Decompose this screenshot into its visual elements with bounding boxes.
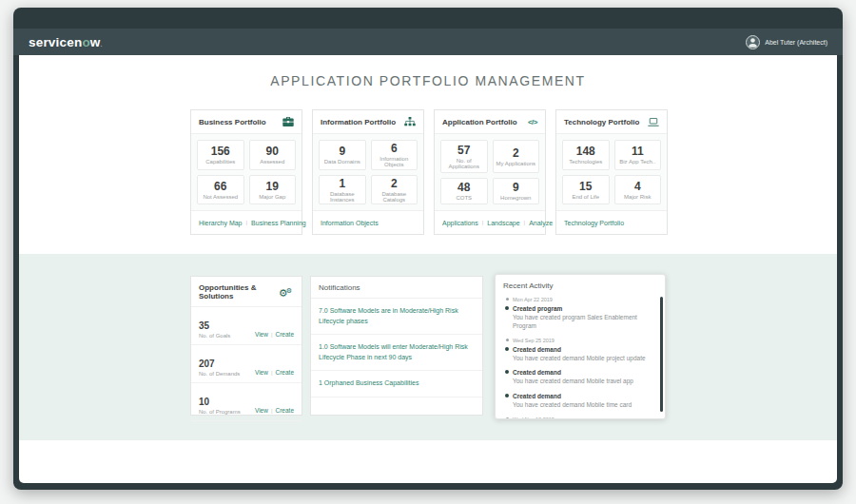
stat-value: 1 — [339, 177, 345, 190]
card-links: Technology Portfolio — [556, 211, 667, 234]
landscape-link[interactable]: Landscape — [487, 220, 519, 226]
logo-mark: . — [101, 41, 103, 48]
stat-label: Homegrown — [500, 195, 531, 201]
user-menu[interactable]: Abel Tuter (Architect) — [746, 35, 827, 49]
notifications-panel: Notifications 7.0 Software Models are in… — [310, 276, 483, 416]
stat-tile[interactable]: 11 Biz App Tech.. — [614, 140, 662, 170]
card-header: Business Portfolio — [191, 110, 302, 134]
stat-tile[interactable]: 90 Assessed — [249, 140, 297, 170]
stat-tile[interactable]: 66 Not Assessed — [197, 175, 244, 205]
demands-create-link[interactable]: Create — [275, 369, 294, 376]
stat-label: Database Catalogs — [372, 191, 418, 203]
stat-tile[interactable]: 156 Capabilities — [197, 140, 244, 170]
recent-activity-panel: Recent Activity Mon Apr 22 2019 Created … — [495, 274, 666, 419]
gears-icon: ⚙⚙ — [279, 284, 294, 300]
app-window: servicenow. Abel Tuter (Architect) APPLI… — [13, 8, 843, 490]
programs-row: 10 No. of Programs View | Create — [191, 383, 302, 421]
programs-actions: View | Create — [255, 407, 294, 415]
activity-description: You have created demand Mobile travel ap… — [505, 378, 653, 386]
stat-tile[interactable]: 15 End of Life — [562, 175, 610, 205]
programs-view-link[interactable]: View — [255, 407, 268, 414]
stat-tile[interactable]: 2 My Applications — [493, 140, 540, 173]
page-title: APPLICATION PORTFOLIO MANAGEMENT — [19, 73, 837, 88]
scrollbar-thumb[interactable] — [660, 297, 663, 412]
goals-actions: View | Create — [255, 331, 294, 339]
stat-tile[interactable]: 9 Homegrown — [493, 178, 540, 205]
stat-tile[interactable]: 2 Database Catalogs — [371, 175, 418, 205]
stat-value: 148 — [576, 145, 595, 158]
goals-view-link[interactable]: View — [255, 331, 268, 338]
stat-tile[interactable]: 148 Technologies — [562, 140, 610, 170]
card-header: Technology Portfolio — [556, 110, 667, 134]
stat-label: Assessed — [260, 159, 284, 165]
technology-portfolio-title: Technology Portfolio — [564, 118, 639, 126]
goals-count: 35 — [199, 320, 230, 331]
top-navbar: servicenow. Abel Tuter (Architect) — [13, 29, 843, 55]
stat-value: 90 — [266, 145, 279, 158]
stat-tile[interactable]: 4 Major Risk — [614, 175, 662, 205]
stat-label: Data Domains — [324, 159, 360, 165]
card-links: Applications | Landscape | Analyze — [435, 211, 545, 234]
goals-stat: 35 No. of Goals — [199, 320, 230, 339]
stat-value: 11 — [632, 145, 644, 158]
page-content: APPLICATION PORTFOLIO MANAGEMENT Busines… — [19, 55, 837, 483]
stat-tile[interactable]: 6 Information Objects — [371, 140, 418, 170]
panel-header: Opportunities & Solutions ⚙⚙ — [191, 277, 302, 307]
programs-create-link[interactable]: Create — [275, 407, 294, 414]
stat-tile[interactable]: 9 Data Domains — [319, 140, 366, 170]
stat-label: My Applications — [496, 161, 535, 166]
card-header: Application Portfolio </> — [435, 110, 545, 134]
link-separator: | — [482, 220, 484, 225]
notification-item[interactable]: 1 Orphaned Business Capabilities — [311, 371, 482, 397]
stat-label: Database Instances — [320, 191, 365, 203]
applications-link[interactable]: Applications — [442, 220, 478, 226]
stat-tile[interactable]: 19 Major Gap — [249, 175, 297, 205]
opportunities-solutions-panel: Opportunities & Solutions ⚙⚙ 35 No. of G… — [190, 276, 302, 416]
stat-value: 156 — [211, 145, 230, 158]
analyze-link[interactable]: Analyze — [529, 220, 553, 226]
information-portfolio-card: Information Portfolio 9 — [312, 109, 424, 235]
recent-activity-list[interactable]: Mon Apr 22 2019 Created program You have… — [496, 295, 665, 419]
recent-activity-title: Recent Activity — [496, 275, 665, 295]
stat-value: 19 — [266, 180, 279, 193]
stat-label: Not Assessed — [203, 194, 238, 200]
goals-create-link[interactable]: Create — [275, 331, 294, 338]
stat-value: 57 — [457, 144, 470, 157]
demands-view-link[interactable]: View — [255, 369, 268, 376]
user-avatar[interactable] — [746, 35, 760, 49]
information-objects-link[interactable]: Information Objects — [321, 220, 379, 226]
sitemap-icon — [404, 117, 416, 126]
activity-item: Created demand You have created demand M… — [505, 393, 653, 410]
activity-date: Wed Sep 25 2019 — [505, 338, 653, 343]
card-stats: 9 Data Domains 6 Information Objects 1 D… — [313, 134, 423, 211]
stat-label: COTS — [456, 195, 472, 201]
stat-label: End of Life — [572, 194, 599, 200]
activity-action: Created demand — [505, 346, 653, 353]
demands-stat: 207 No. of Demands — [199, 359, 240, 377]
notification-item[interactable]: 7.0 Software Models are in Moderate/High… — [311, 299, 482, 335]
stat-label: Capabilities — [205, 159, 235, 165]
stat-label: Information Objects — [372, 156, 418, 167]
stat-value: 2 — [513, 146, 519, 160]
activity-item: Mon Apr 22 2019 Created program You have… — [505, 297, 653, 331]
hierarchy-map-link[interactable]: Hierarchy Map — [199, 220, 243, 226]
technology-portfolio-link[interactable]: Technology Portfolio — [564, 220, 624, 226]
stat-tile[interactable]: 57 No. of Applications — [440, 140, 488, 173]
activity-item: Created demand You have created demand M… — [505, 369, 653, 386]
business-portfolio-card: Business Portfolio 156 Capabilities 90 A… — [190, 109, 302, 235]
card-links: Information Objects — [313, 211, 423, 234]
briefcase-icon — [282, 117, 294, 126]
stat-value: 15 — [579, 180, 592, 193]
stat-value: 6 — [391, 142, 398, 155]
card-stats: 57 No. of Applications 2 My Applications… — [435, 134, 545, 211]
demands-count: 207 — [199, 359, 240, 369]
card-links: Hierarchy Map | Business Planning — [191, 211, 302, 234]
stat-tile[interactable]: 48 COTS — [440, 178, 488, 205]
activity-date: Wed Nov 13 2019 — [505, 417, 653, 419]
servicenow-logo[interactable]: servicenow. — [29, 35, 103, 49]
link-separator: | — [271, 332, 273, 338]
demands-label: No. of Demands — [199, 371, 240, 377]
notification-item[interactable]: 1.0 Software Models will enter Moderate/… — [311, 335, 482, 371]
business-planning-link[interactable]: Business Planning — [251, 220, 306, 226]
stat-tile[interactable]: 1 Database Instances — [319, 175, 366, 205]
